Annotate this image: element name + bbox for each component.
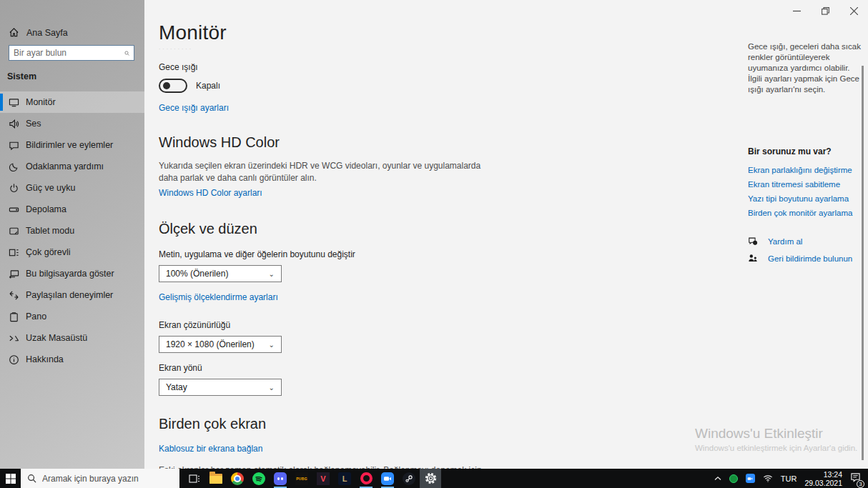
night-light-settings-link[interactable]: Gece ışığı ayarları [159,103,229,113]
resolution-dropdown[interactable]: 1920 × 1080 (Önerilen) ⌄ [159,336,282,353]
start-button[interactable] [0,469,21,488]
taskbar-app-opera-gx[interactable] [355,469,377,488]
taskbar-app-chrome[interactable] [227,469,248,488]
chevron-down-icon: ⌄ [269,341,275,349]
scrollbar[interactable] [862,66,864,460]
sidebar-item-power-sleep[interactable]: Güç ve uyku [0,177,144,199]
sidebar-item-storage[interactable]: Depolama [0,199,144,220]
minimize-button[interactable] [782,0,811,21]
give-feedback-label: Geri bildirimde bulunun [768,254,852,263]
scale-dropdown-value: 100% (Önerilen) [166,269,228,279]
give-feedback-row[interactable]: Geri bildirimde bulunun [748,253,862,264]
taskbar-app-league-of-legends[interactable]: L [334,469,355,488]
discord-icon [274,472,287,485]
settings-search-box[interactable] [9,45,134,61]
taskbar-app-steam[interactable] [398,469,420,488]
tray-app-green-icon[interactable] [729,474,738,483]
taskbar: PUBG V L [0,469,868,488]
clock-date: 29.03.2021 [804,479,842,487]
sidebar-item-projecting[interactable]: Bu bilgisayarda göster [0,263,144,284]
speaker-icon [9,119,19,129]
resolution-dropdown-value: 1920 × 1080 (Önerilen) [166,339,255,349]
help-link-font-size[interactable]: Yazı tipi boyutunu ayarlama [748,194,862,203]
help-link-multi-monitor[interactable]: Birden çok monitör ayarlama [748,209,862,217]
scale-label: Metin, uygulama ve diğer öğelerin boyutu… [159,249,573,259]
orientation-label: Ekran yönü [159,363,573,373]
sidebar-item-label: Depolama [26,204,66,214]
home-icon [9,27,19,38]
multiple-displays-title: Birden çok ekran [159,416,573,432]
restore-button[interactable] [811,0,839,21]
questions-title: Bir sorunuz mu var? [748,146,862,156]
settings-search-input[interactable] [14,48,124,58]
hd-color-settings-link[interactable]: Windows HD Color ayarları [159,188,262,198]
night-light-toggle[interactable] [159,79,187,93]
sidebar-item-shared-experiences[interactable]: Paylaşılan deneyimler [0,284,144,306]
sidebar-item-sound[interactable]: Ses [0,113,144,134]
taskbar-app-file-explorer[interactable] [205,469,227,488]
sidebar-item-about[interactable]: Hakkında [0,349,144,370]
taskbar-app-valorant[interactable]: V [312,469,334,488]
night-light-tip: Gece ışığı, geceleri daha sıcak renkler … [748,41,862,95]
language-indicator[interactable]: TUR [781,474,797,483]
sidebar-item-label: Güç ve uyku [26,183,75,193]
tray-app-blue-icon[interactable] [746,474,755,483]
taskbar-search-input[interactable] [42,474,164,484]
hd-color-title: Windows HD Color [159,134,573,151]
sidebar-item-notifications[interactable]: Bildirimler ve eylemler [0,134,144,156]
sidebar-item-label: Bildirimler ve eylemler [26,140,113,150]
notification-count-badge: 3 [857,480,864,488]
sidebar-section-title: Sistem [7,71,36,81]
sidebar-item-tablet-mode[interactable]: Tablet modu [0,220,144,241]
remote-desktop-icon [9,333,19,344]
close-button[interactable] [839,0,868,21]
resolution-label: Ekran çözünürlüğü [159,320,573,330]
get-help-icon: ? [748,236,758,247]
sidebar-item-multitasking[interactable]: Çok görevli [0,241,144,263]
project-screen-icon [9,269,19,279]
settings-window: Ayarlar Ana Sayfa Sistem Monitör [0,0,868,488]
sidebar-item-label: Tablet modu [26,226,74,236]
taskbar-search-box[interactable] [21,469,179,488]
help-link-brightness[interactable]: Ekran parlaklığını değiştirme [748,166,862,174]
monitor-icon [9,97,19,108]
orientation-dropdown[interactable]: Yatay ⌄ [159,379,282,396]
action-center-button[interactable]: 3 [850,472,861,485]
wifi-icon[interactable] [763,474,773,482]
taskbar-clock[interactable]: 13:24 29.03.2021 [804,470,842,487]
get-help-row[interactable]: ? Yardım al [748,236,862,247]
night-light-label: Gece ışığı [159,62,573,72]
watermark-subtitle: Windows'u etkinleştirmek için Ayarlar'a … [695,444,857,452]
tray-expand-chevron-icon[interactable] [714,476,721,482]
search-icon [124,49,129,58]
sidebar-item-remote-desktop[interactable]: Uzak Masaüstü [0,327,144,349]
activation-watermark: Windows'u Etkinleştir Windows'u etkinleş… [695,426,857,452]
sidebar-item-clipboard[interactable]: Pano [0,306,144,327]
get-help-label: Yardım al [768,237,802,246]
chevron-down-icon: ⌄ [269,270,275,278]
help-link-flicker[interactable]: Ekran titremesi sabitleme [748,180,862,189]
taskbar-app-settings[interactable] [420,469,441,488]
taskbar-app-discord[interactable] [270,469,291,488]
advanced-scaling-link[interactable]: Gelişmiş ölçeklendirme ayarları [159,292,278,302]
file-explorer-icon [209,474,222,484]
scale-dropdown[interactable]: 100% (Önerilen) ⌄ [159,265,282,282]
taskbar-app-pubg[interactable]: PUBG [291,469,312,488]
feedback-icon [748,253,758,264]
help-panel: Gece ışığı, geceleri daha sıcak renkler … [748,41,862,264]
sidebar-item-display[interactable]: Monitör [0,91,144,113]
taskbar-app-task-view[interactable] [184,469,205,488]
steam-icon [403,472,415,485]
valorant-icon: V [317,472,330,485]
sidebar-item-label: Monitör [26,97,56,107]
connect-wireless-display-link[interactable]: Kablosuz bir ekrana bağlan [159,444,262,454]
sidebar-item-focus-assist[interactable]: Odaklanma yardımı [0,156,144,177]
sidebar-home-label: Ana Sayfa [26,28,68,38]
sidebar-item-home[interactable]: Ana Sayfa [9,27,68,38]
pubg-icon: PUBG [295,472,308,485]
sidebar-item-label: Uzak Masaüstü [26,333,87,343]
storage-icon [9,204,19,215]
taskbar-app-spotify[interactable] [248,469,270,488]
power-icon [9,183,19,194]
taskbar-app-zoom[interactable] [377,469,398,488]
